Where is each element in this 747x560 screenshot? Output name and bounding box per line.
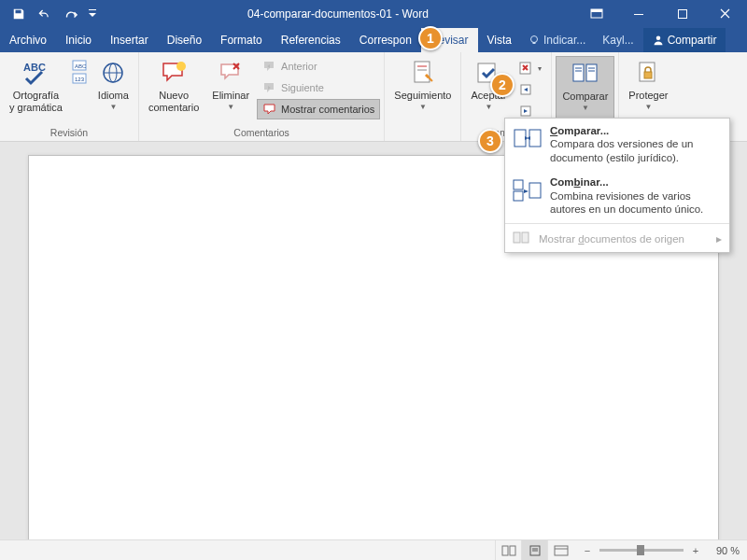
svg-rect-35	[529, 183, 541, 198]
group-label-revision: Revisión	[0, 125, 138, 141]
svg-rect-37	[522, 232, 529, 243]
svg-rect-16	[415, 62, 430, 82]
group-comentarios: Nuevo comentario Eliminar ▼ Anterior Sig…	[139, 52, 385, 141]
dropdown-item-mostrar-origen: Mostrar documentos de origen ▸	[505, 226, 729, 252]
tab-referencias[interactable]: Referencias	[272, 28, 350, 52]
next-change-icon	[519, 104, 534, 119]
language-button[interactable]: Idioma ▼	[92, 56, 134, 125]
svg-rect-30	[644, 72, 652, 78]
reject-button[interactable]: ▾	[514, 58, 547, 78]
callout-marker-3: 3	[478, 129, 502, 153]
combine-item-icon	[513, 175, 543, 205]
protect-icon	[633, 58, 663, 88]
track-changes-icon	[408, 58, 438, 88]
tab-diseno[interactable]: Diseño	[158, 28, 211, 52]
undo-button[interactable]	[32, 0, 58, 28]
dropdown-item-comparar[interactable]: Comparar... Compara dos versiones de un …	[505, 119, 729, 170]
show-comments-label: Mostrar comentarios	[281, 104, 374, 115]
chevron-down-icon: ▼	[109, 103, 117, 111]
compare-icon	[571, 59, 600, 89]
tab-correspondencia[interactable]: Correspon	[350, 28, 421, 52]
user-name[interactable]: Kayl...	[593, 28, 642, 52]
compare-button[interactable]: Comparar ▼	[556, 56, 614, 125]
chevron-down-icon: ▼	[227, 103, 234, 111]
next-label: Siguiente	[281, 82, 324, 93]
combinar-desc: Combina revisiones de varios autores en …	[550, 189, 722, 217]
group-label-comentarios: Comentarios	[139, 125, 384, 141]
zoom-out-button[interactable]: −	[581, 545, 594, 556]
minimize-button[interactable]	[618, 0, 661, 28]
svg-text:ABC: ABC	[75, 63, 87, 69]
svg-rect-33	[514, 180, 523, 189]
language-icon	[98, 58, 128, 88]
svg-rect-24	[586, 64, 597, 81]
svg-rect-43	[555, 546, 568, 555]
svg-point-6	[655, 36, 660, 41]
next-comment-button: Siguiente	[257, 77, 380, 98]
group-label-seguimiento	[385, 125, 460, 141]
person-icon	[653, 35, 664, 46]
delete-comment-icon	[216, 58, 246, 88]
read-mode-button[interactable]	[495, 540, 521, 561]
svg-point-15	[176, 62, 186, 71]
tab-insertar[interactable]: Insertar	[101, 28, 158, 52]
zoom-in-button[interactable]: +	[689, 545, 702, 556]
next-icon	[262, 80, 277, 95]
compare-dropdown: Comparar... Compara dos versiones de un …	[504, 118, 730, 253]
previous-change-button[interactable]	[514, 79, 547, 100]
svg-rect-36	[514, 232, 520, 243]
svg-rect-38	[502, 546, 508, 555]
chevron-right-icon: ▸	[716, 232, 722, 245]
print-layout-button[interactable]	[521, 540, 547, 561]
spelling-icon: ABC	[21, 58, 50, 88]
previous-label: Anterior	[281, 61, 317, 72]
tab-vista[interactable]: Vista	[478, 28, 521, 52]
dropdown-separator	[505, 223, 729, 224]
svg-rect-34	[514, 191, 523, 201]
tell-me-label: Indicar...	[543, 34, 585, 47]
protect-button[interactable]: Proteger ▼	[623, 56, 673, 125]
compare-item-icon	[513, 124, 543, 154]
spelling-grammar-button[interactable]: ABC Ortografía y gramática	[4, 56, 68, 125]
title-bar: 04-comparar-documentos-01 - Word	[0, 0, 747, 28]
chevron-down-icon: ▼	[582, 104, 589, 112]
close-button[interactable]	[704, 0, 747, 28]
share-label: Compartir	[668, 34, 717, 47]
show-source-icon	[513, 231, 531, 246]
chevron-down-icon: ▼	[644, 103, 652, 111]
zoom-control: − +	[581, 545, 702, 556]
maximize-button[interactable]	[661, 0, 704, 28]
svg-text:123: 123	[75, 77, 85, 82]
quick-access-toolbar	[0, 0, 101, 28]
dropdown-item-combinar[interactable]: Combinar... Combina revisiones de varios…	[505, 170, 729, 221]
new-comment-button[interactable]: Nuevo comentario	[143, 56, 204, 125]
prev-change-icon	[519, 82, 534, 97]
window-controls	[618, 0, 747, 28]
zoom-value[interactable]: 90 %	[702, 545, 740, 556]
save-button[interactable]	[6, 0, 32, 28]
svg-rect-39	[510, 546, 515, 555]
track-changes-button[interactable]: Seguimiento ▼	[388, 56, 457, 125]
chevron-down-icon: ▼	[485, 103, 492, 111]
delete-comment-button[interactable]: Eliminar ▼	[206, 56, 255, 125]
tab-inicio[interactable]: Inicio	[56, 28, 101, 52]
thesaurus-button[interactable]: ABC123	[70, 56, 91, 125]
tell-me-search[interactable]: Indicar...	[521, 28, 593, 52]
tab-formato[interactable]: Formato	[211, 28, 272, 52]
show-comments-button[interactable]: Mostrar comentarios	[257, 99, 380, 119]
redo-button[interactable]	[58, 0, 84, 28]
comparar-desc: Compara dos versiones de un documento (e…	[550, 137, 722, 164]
tab-archivo[interactable]: Archivo	[0, 28, 56, 52]
zoom-slider[interactable]	[599, 549, 684, 552]
share-button[interactable]: Compartir	[643, 28, 726, 52]
view-mode-buttons	[495, 540, 573, 561]
new-comment-label: Nuevo comentario	[148, 90, 199, 113]
callout-marker-1: 1	[418, 26, 443, 50]
language-label: Idioma	[98, 90, 129, 102]
comparar-title: Comparar...	[550, 124, 722, 137]
combinar-title: Combinar...	[550, 175, 722, 189]
qat-customize-button[interactable]	[84, 0, 101, 28]
web-layout-button[interactable]	[547, 540, 573, 561]
ribbon-display-options[interactable]	[575, 0, 618, 28]
show-comments-icon	[262, 102, 277, 117]
